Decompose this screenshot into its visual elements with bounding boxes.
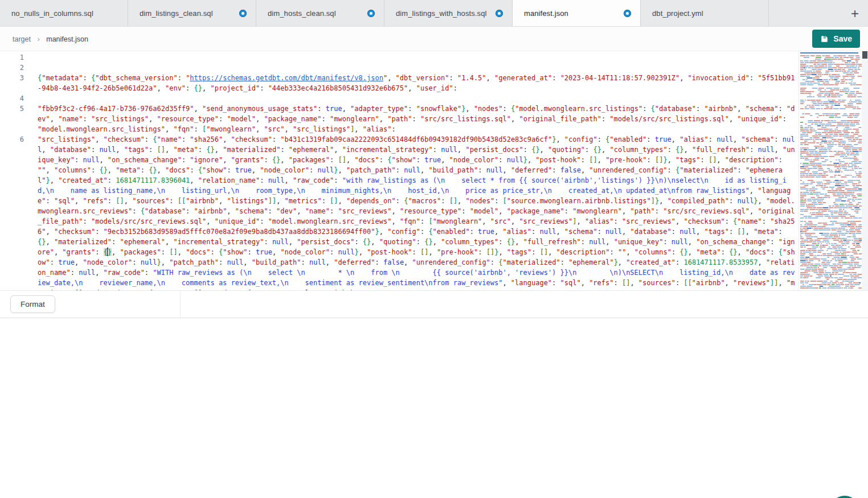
line-text <box>38 63 799 73</box>
file-header: target › manifest.json Save <box>0 27 868 51</box>
line-number: 4 <box>0 93 24 104</box>
format-bar: Format <box>0 290 868 318</box>
tab-dim_listings_clean.sql[interactable]: dim_listings_clean.sql <box>128 0 256 26</box>
tab-bar: no_nulls_in_columns.sqldim_listings_clea… <box>0 0 868 27</box>
minimap[interactable] <box>799 51 862 290</box>
minimap-canvas <box>799 51 862 290</box>
url-link[interactable]: https://schemas.getdbt.com/dbt/manifest/… <box>190 74 383 82</box>
tab-label: dbt_project.yml <box>652 9 759 18</box>
line-text <box>38 93 799 104</box>
code-line: 1 <box>0 52 799 63</box>
line-number: 1 <box>0 52 24 63</box>
pane-divider <box>180 291 181 318</box>
unsaved-changes-icon[interactable] <box>624 10 631 17</box>
breadcrumb-file: manifest.json <box>46 35 88 43</box>
save-icon <box>820 35 829 43</box>
code-line: 6"src_listings", "checksum": {"name": "s… <box>0 134 799 290</box>
code-line: 5"fbb9f3c2-cf96-4a17-b736-976a62d35ff9",… <box>0 104 799 134</box>
new-tab-button[interactable]: + <box>842 0 868 27</box>
code-line: 4 <box>0 93 799 104</box>
line-text: "src_listings", "checksum": {"name": "sh… <box>38 134 799 290</box>
save-label: Save <box>833 34 852 43</box>
breadcrumb-folder: target <box>13 35 31 43</box>
tab-label: manifest.json <box>524 9 618 18</box>
tab-label: dim_listings_with_hosts.sql <box>396 9 490 18</box>
save-button[interactable]: Save <box>812 30 860 48</box>
line-text <box>38 52 799 63</box>
tab-dbt_project.yml[interactable]: dbt_project.yml <box>641 0 769 26</box>
line-number: 2 <box>0 63 24 73</box>
code-line: 3{"metadata": {"dbt_schema_version": "ht… <box>0 73 799 93</box>
code-line: 2 <box>0 63 799 73</box>
format-button[interactable]: Format <box>10 295 55 313</box>
tab-label: dim_hosts_clean.sql <box>268 9 362 18</box>
scrollbar-thumb[interactable] <box>862 51 867 59</box>
code-editor[interactable]: 123{"metadata": {"dbt_schema_version": "… <box>0 51 868 290</box>
scrollbar-track[interactable] <box>862 51 868 290</box>
line-text: "fbb9f3c2-cf96-4a17-b736-976a62d35ff9", … <box>38 104 799 134</box>
tab-label: no_nulls_in_columns.sql <box>11 9 118 18</box>
line-number: 3 <box>0 73 24 93</box>
bottom-panel <box>0 318 868 498</box>
code-lines[interactable]: 123{"metadata": {"dbt_schema_version": "… <box>0 51 799 290</box>
unsaved-changes-icon[interactable] <box>367 10 375 17</box>
tabs-container: no_nulls_in_columns.sqldim_listings_clea… <box>0 0 868 26</box>
chevron-right-icon: › <box>37 35 39 43</box>
tab-label: dim_listings_clean.sql <box>140 9 234 18</box>
tab-dim_listings_with_hosts.sql[interactable]: dim_listings_with_hosts.sql <box>384 0 513 26</box>
tab-manifest.json[interactable]: manifest.json <box>513 0 641 26</box>
line-text: {"metadata": {"dbt_schema_version": "htt… <box>38 73 799 93</box>
line-number: 5 <box>0 104 24 134</box>
tab-dim_hosts_clean.sql[interactable]: dim_hosts_clean.sql <box>256 0 384 26</box>
tab-no_nulls_in_columns.sql[interactable]: no_nulls_in_columns.sql <box>0 0 128 26</box>
breadcrumb: target › manifest.json <box>13 34 88 44</box>
line-number: 6 <box>0 134 24 290</box>
unsaved-changes-icon[interactable] <box>496 10 503 17</box>
unsaved-changes-icon[interactable] <box>239 10 247 17</box>
